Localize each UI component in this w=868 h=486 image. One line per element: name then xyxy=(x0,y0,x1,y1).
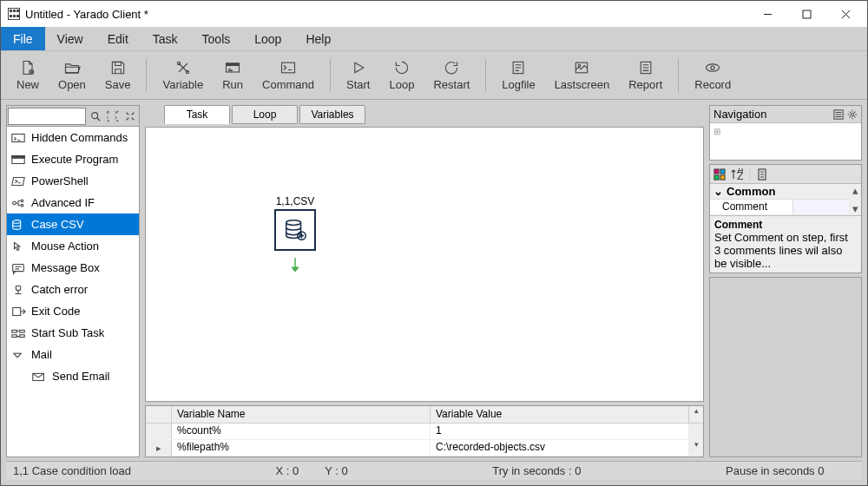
cmd-execute-program[interactable]: Execute Program xyxy=(7,148,139,170)
open-button[interactable]: Open xyxy=(49,57,95,93)
separator xyxy=(146,59,147,92)
menu-file[interactable]: File xyxy=(1,27,45,50)
canvas-tabs: Task Loop Variables xyxy=(145,105,704,124)
scroll-up-icon[interactable]: ▴ xyxy=(849,184,861,197)
separator xyxy=(678,59,679,92)
cmd-catch-error[interactable]: Catch error xyxy=(7,279,139,300)
open-label: Open xyxy=(58,78,86,91)
cmd-advanced-if[interactable]: Advanced IF xyxy=(7,192,139,213)
svg-text:Z: Z xyxy=(737,169,743,181)
save-label: Save xyxy=(105,78,131,91)
loop-button[interactable]: Loop xyxy=(381,57,424,93)
cmd-exit-code[interactable]: Exit Code xyxy=(7,300,139,322)
logfile-button[interactable]: Logfile xyxy=(493,57,543,93)
start-button[interactable]: Start xyxy=(338,57,378,93)
lastscreen-button[interactable]: Lastscreen xyxy=(546,57,619,93)
empty-panel xyxy=(709,277,862,457)
run-button[interactable]: Run xyxy=(214,57,252,93)
task-canvas[interactable]: 1,1,CSV xyxy=(145,127,704,402)
svg-rect-8 xyxy=(227,63,240,66)
restart-label: Restart xyxy=(433,78,470,91)
table-row[interactable]: %count% 1 xyxy=(146,424,703,440)
col-variable-value[interactable]: Variable Value xyxy=(431,406,689,423)
list-icon[interactable] xyxy=(833,109,844,120)
cmd-mouse-action[interactable]: Mouse Action xyxy=(7,235,139,257)
table-row[interactable]: ▸ %filepath% C:\recorded-objects.csv ▾ xyxy=(146,440,703,456)
svg-point-14 xyxy=(707,64,720,71)
new-label: New xyxy=(16,78,39,91)
variable-table: Variable Name Variable Value ▴ %count% 1… xyxy=(145,405,704,457)
status-try: Try in seconds : 0 xyxy=(492,464,581,477)
command-label: Command xyxy=(262,78,314,91)
tab-variables[interactable]: Variables xyxy=(299,105,365,124)
svg-rect-9 xyxy=(282,62,295,73)
svg-rect-28 xyxy=(20,330,24,332)
maximize-button[interactable] xyxy=(787,2,826,26)
task-node[interactable]: 1,1,CSV xyxy=(274,195,316,276)
window-title: Untitled - Yarado Client * xyxy=(25,8,748,21)
command-button[interactable]: Command xyxy=(253,57,323,93)
svg-rect-38 xyxy=(714,175,719,180)
cmd-powershell[interactable]: PowerShell xyxy=(7,170,139,192)
svg-point-23 xyxy=(13,220,21,223)
status-pause: Pause in seconds 0 xyxy=(726,464,824,477)
property-row[interactable]: Comment xyxy=(710,200,849,215)
arrow-down-icon xyxy=(291,258,299,276)
tab-task[interactable]: Task xyxy=(164,105,230,124)
new-button[interactable]: New xyxy=(8,57,48,93)
categorize-icon[interactable] xyxy=(713,168,726,181)
property-value-input[interactable] xyxy=(793,200,849,214)
menu-loop[interactable]: Loop xyxy=(242,27,293,50)
svg-rect-19 xyxy=(12,155,24,158)
col-variable-name[interactable]: Variable Name xyxy=(172,406,431,423)
scroll-up-icon[interactable]: ▴ xyxy=(689,406,703,423)
command-search-input[interactable] xyxy=(8,108,86,125)
gear-icon[interactable] xyxy=(847,109,858,120)
minimize-button[interactable] xyxy=(748,2,787,26)
svg-point-31 xyxy=(286,220,301,226)
menu-help[interactable]: Help xyxy=(293,27,343,50)
cmd-send-email[interactable]: Send Email xyxy=(7,365,139,387)
menu-tools[interactable]: Tools xyxy=(190,27,243,50)
tab-loop[interactable]: Loop xyxy=(232,105,298,124)
record-label: Record xyxy=(694,78,731,91)
menubar: File View Edit Task Tools Loop Help xyxy=(1,27,867,51)
app-icon xyxy=(8,8,20,20)
page-icon[interactable] xyxy=(756,168,768,181)
expand-icon[interactable] xyxy=(104,110,122,122)
svg-rect-24 xyxy=(13,264,24,271)
search-icon[interactable] xyxy=(87,110,104,122)
run-label: Run xyxy=(222,78,243,91)
sort-icon[interactable]: AZ xyxy=(731,168,743,181)
record-button[interactable]: Record xyxy=(686,57,740,93)
svg-rect-29 xyxy=(20,334,24,337)
variable-button[interactable]: Variable xyxy=(154,57,212,93)
node-icon xyxy=(274,209,316,251)
report-button[interactable]: Report xyxy=(620,57,671,93)
svg-point-20 xyxy=(13,201,16,205)
restart-button[interactable]: Restart xyxy=(424,57,478,93)
status-y: Y : 0 xyxy=(325,464,348,477)
loop-label: Loop xyxy=(390,78,415,91)
variable-label: Variable xyxy=(162,78,203,91)
menu-view[interactable]: View xyxy=(45,27,95,50)
cmd-mail[interactable]: Mail xyxy=(7,344,139,365)
cmd-hidden-commands[interactable]: Hidden Commands xyxy=(7,127,139,148)
toolbar: New Open Save Variable Run Command Start… xyxy=(1,51,867,100)
svg-point-15 xyxy=(711,66,714,69)
menu-edit[interactable]: Edit xyxy=(95,27,141,50)
cmd-case-csv[interactable]: Case CSV xyxy=(7,213,139,235)
scroll-down-icon[interactable]: ▾ xyxy=(689,440,703,456)
save-button[interactable]: Save xyxy=(96,57,140,93)
menu-task[interactable]: Task xyxy=(141,27,190,50)
property-category[interactable]: ⌄Common xyxy=(710,184,849,200)
cmd-message-box[interactable]: Message Box xyxy=(7,257,139,279)
svg-rect-27 xyxy=(12,334,16,337)
logfile-label: Logfile xyxy=(502,78,535,91)
scroll-down-icon[interactable]: ▾ xyxy=(849,202,861,215)
properties-panel: AZ | ⌄Common Comment ▴▾ Comment Set Comm… xyxy=(709,164,862,273)
cmd-start-subtask[interactable]: Start Sub Task xyxy=(7,322,139,344)
close-button[interactable] xyxy=(826,2,865,26)
navigation-body[interactable]: ⊞ xyxy=(710,123,861,160)
collapse-icon[interactable] xyxy=(122,110,139,122)
